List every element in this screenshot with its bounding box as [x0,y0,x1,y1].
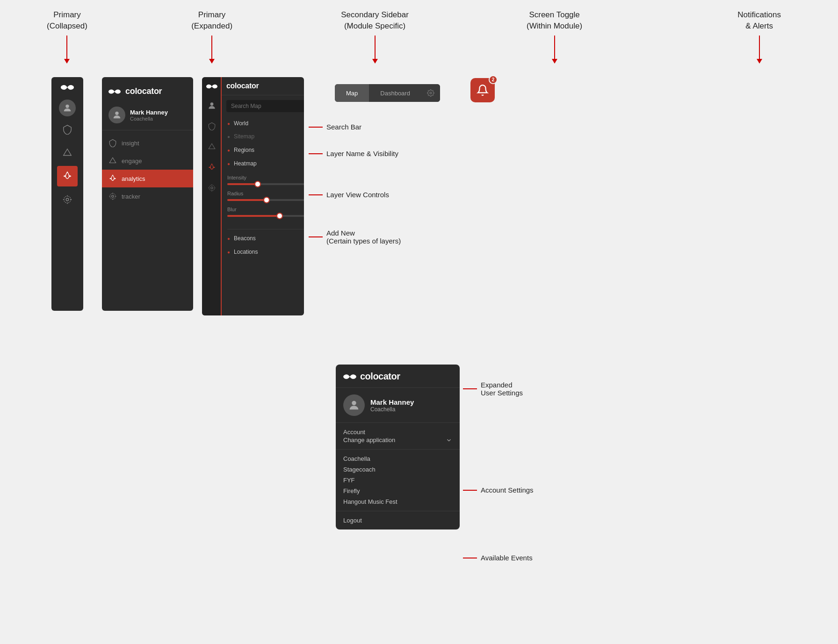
secondary-header: colocator [222,77,304,95]
blur-label: Blur [227,207,304,212]
intensity-label: Intensity [227,175,304,180]
nav-insight-label: insight [122,140,139,147]
secondary-logo-text: colocator [226,82,259,90]
sec-nav-engage[interactable] [203,138,221,156]
notification-bell[interactable]: 2 [470,78,495,102]
radius-thumb[interactable] [263,197,270,203]
change-app-row[interactable]: Change application [343,436,452,444]
svg-point-13 [430,92,432,94]
blur-control: Blur [227,207,304,217]
annotation-expanded-user: Expanded User Settings [463,381,523,397]
annotation-account-settings: Account Settings [463,486,534,494]
layer-controls-section: Intensity Radius Blur [222,170,304,227]
settings-user-name: Mark Hanney [370,398,414,406]
nav-tracker-label: tracker [122,193,140,200]
collapsed-analytics-icon[interactable] [57,166,78,186]
svg-point-6 [112,195,114,198]
layer-locations[interactable]: ● Locations [222,245,304,258]
nav-analytics[interactable]: analytics [102,170,193,187]
layer-sitemap[interactable]: ● Sitemap [222,130,304,143]
screen-toggle: Map Dashboard [335,84,440,102]
svg-point-8 [210,102,214,106]
annotation-layer-label: Layer Name & Visibility [326,150,398,157]
svg-marker-9 [209,143,215,149]
svg-point-11 [209,185,215,191]
settings-logo-text: colocator [360,371,400,382]
arrow-notif [737,36,781,64]
radius-slider-track [227,199,304,201]
label-primary-expanded: Primary(Expanded) [191,9,232,32]
settings-logo-header: colocator [336,365,460,388]
search-bar-container[interactable] [226,100,304,112]
annotation-expanded-sublabel: User Settings [481,389,523,397]
toggle-map-label: Map [346,90,358,97]
blur-thumb[interactable] [276,213,283,219]
svg-point-3 [64,196,71,203]
annotation-account-label: Account Settings [481,486,534,494]
layer-beacons[interactable]: ● Beacons + [222,231,304,245]
event-stagecoach[interactable]: Stagecoach [343,464,452,475]
annotation-layer-name: Layer Name & Visibility [309,150,398,157]
settings-account-item[interactable]: Account Change application [336,423,460,450]
expanded-sidebar-header: colocator [102,83,193,104]
collapsed-avatar[interactable] [59,100,76,116]
toggle-dashboard[interactable]: Dashboard [369,84,421,102]
svg-marker-5 [109,157,116,163]
event-coachella[interactable]: Coachella [343,453,452,464]
toggle-settings-btn[interactable] [421,84,440,102]
primary-collapsed-sidebar [51,77,83,311]
layer-world[interactable]: ● World [222,117,304,130]
svg-point-7 [110,193,116,199]
layer-regions-dot: ● [227,148,230,153]
radius-fill [227,199,267,201]
radius-control: Radius [227,191,304,201]
event-fyf[interactable]: FYF [343,475,452,486]
sec-nav-tracker[interactable] [203,179,221,197]
label-notifications: Notifications& Alerts [737,9,781,32]
notification-bell-container[interactable]: 2 [470,78,495,102]
notification-badge: 2 [489,75,498,84]
settings-avatar[interactable] [343,394,365,416]
annotation-add-sublabel: (Certain types of layers) [326,237,401,245]
svg-point-2 [66,198,69,201]
bell-icon [477,84,489,96]
layer-heatmap[interactable]: ● Heatmap ··· [222,157,304,170]
nav-insight[interactable]: insight [102,134,193,152]
collapsed-logo [61,83,74,94]
intensity-control: Intensity [227,175,304,185]
nav-engage[interactable]: engage [102,152,193,170]
expanded-avatar[interactable] [108,107,125,123]
secondary-nav-column [202,77,222,315]
sec-nav-avatar[interactable] [203,97,221,114]
layer-regions[interactable]: ● Regions + [222,143,304,157]
settings-user-section: Mark Hanney Coachella [336,388,460,423]
chevron-down-icon [446,437,452,444]
annotation-events-label: Available Events [481,554,533,562]
toggle-map[interactable]: Map [335,84,369,102]
radius-label: Radius [227,191,304,196]
annotation-layer-controls: Layer View Controls [309,191,389,199]
expanded-user-sub: Coachella [130,116,168,122]
search-input[interactable] [231,103,301,109]
intensity-thumb[interactable] [254,181,261,187]
event-hangout[interactable]: Hangout Music Fest [343,496,452,507]
events-list: Coachella Stagecoach FYF Firefly Hangout… [336,450,460,511]
red-divider [221,77,222,315]
annotation-add-label: Add New [326,229,401,237]
layer-heatmap-label: Heatmap [234,160,304,167]
nav-tracker[interactable]: tracker [102,187,193,205]
settings-user-sub: Coachella [370,406,414,413]
event-firefly[interactable]: Firefly [343,486,452,496]
account-label: Account [343,429,452,436]
layer-world-label: World [234,120,248,127]
collapsed-engage-icon[interactable] [57,143,78,163]
gear-icon [427,89,434,97]
sec-nav-insight[interactable] [203,117,221,135]
collapsed-insight-icon[interactable] [57,119,78,140]
blur-slider-track [227,215,304,217]
arrow-expanded [191,36,232,64]
collapsed-tracker-icon[interactable] [57,189,78,210]
svg-point-0 [65,105,69,108]
sec-nav-analytics[interactable] [203,158,221,176]
settings-logout[interactable]: Logout [336,511,460,530]
